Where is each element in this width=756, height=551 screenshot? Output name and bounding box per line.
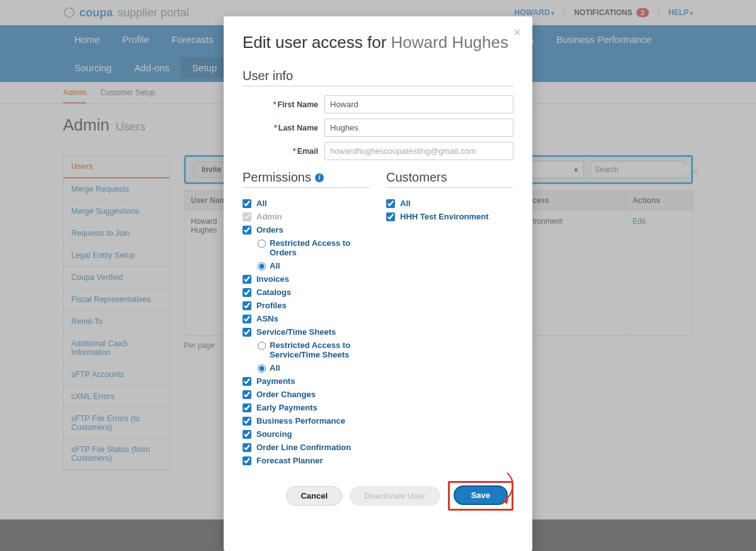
customers-column: Customers All HHH Test Environment (386, 170, 513, 467)
section-user-info: User info (243, 69, 513, 86)
perm-sts-all[interactable]: All (258, 361, 370, 374)
modal-title: Edit user access for Howard Hughes (243, 33, 513, 52)
perm-order-line-confirmation[interactable]: Order Line Confirmation (243, 441, 370, 454)
perm-asns[interactable]: ASNs (243, 312, 370, 325)
edit-user-modal: × Edit user access for Howard Hughes Use… (224, 16, 532, 551)
section-customers: Customers (386, 170, 513, 188)
perm-sts-restricted[interactable]: Restricted Access to Service/Time Sheets (258, 339, 370, 361)
perm-orders-restricted[interactable]: Restricted Access to Orders (258, 236, 370, 259)
perm-orders[interactable]: Orders (243, 223, 370, 236)
cust-hhh[interactable]: HHH Test Environment (386, 210, 513, 223)
cust-all[interactable]: All (386, 197, 513, 210)
deactivate-user-button: Deactivate User (350, 486, 440, 506)
info-icon[interactable]: i (315, 173, 324, 182)
email-input (324, 142, 513, 160)
modal-footer: Cancel Deactivate User Save (243, 481, 513, 511)
permissions-column: Permissions i All Admin Orders Restricte… (243, 170, 370, 467)
perm-order-changes[interactable]: Order Changes (243, 388, 370, 401)
perm-forecast-planner[interactable]: Forecast Planner (243, 454, 370, 467)
perm-payments[interactable]: Payments (243, 374, 370, 388)
modal-overlay: × Edit user access for Howard Hughes Use… (0, 0, 756, 551)
perm-invoices[interactable]: Invoices (243, 272, 370, 286)
save-highlight: Save (448, 481, 513, 511)
perm-sts[interactable]: Service/Time Sheets (243, 325, 370, 339)
last-name-input[interactable] (324, 119, 513, 137)
perm-orders-all[interactable]: All (258, 259, 370, 272)
first-name-input[interactable] (324, 95, 513, 113)
perm-admin: Admin (243, 210, 370, 223)
perm-all[interactable]: All (243, 197, 370, 210)
perm-profiles[interactable]: Profiles (243, 299, 370, 312)
perm-sourcing[interactable]: Sourcing (243, 427, 370, 441)
perm-business-performance[interactable]: Business Performance (243, 414, 370, 427)
save-button[interactable]: Save (454, 485, 508, 505)
close-icon[interactable]: × (513, 25, 521, 40)
perm-catalogs[interactable]: Catalogs (243, 286, 370, 299)
section-permissions: Permissions i (243, 170, 370, 188)
email-label: *Email (243, 147, 318, 156)
cancel-button[interactable]: Cancel (286, 486, 342, 506)
last-name-label: *Last Name (243, 124, 318, 132)
first-name-label: *First Name (243, 100, 318, 109)
perm-early-payments[interactable]: Early Payments (243, 401, 370, 414)
